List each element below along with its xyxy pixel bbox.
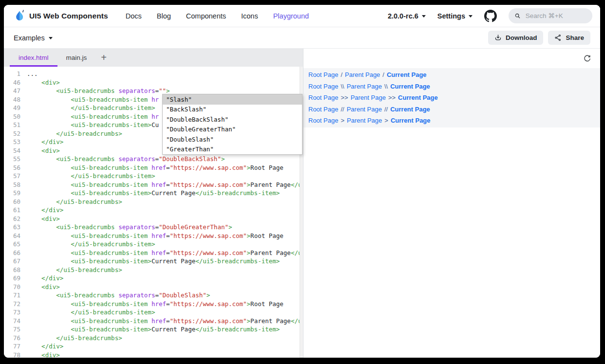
line-number: 60	[4, 198, 20, 206]
breadcrumb-link[interactable]: Root Page	[308, 71, 338, 78]
search-input[interactable]	[525, 12, 586, 20]
examples-toolbar: Examples Download Share	[4, 27, 600, 49]
breadcrumb-separator: //	[340, 106, 344, 113]
code-line: 67 <ui5-breadcrumbs-item>Current Page</u…	[4, 257, 303, 266]
breadcrumb-separator: \\	[340, 83, 344, 90]
main-nav: DocsBlogComponentsIconsPlayground	[126, 12, 309, 20]
code-line: 55 <ui5-breadcrumbs separators="DoubleBa…	[4, 155, 303, 164]
settings-dropdown[interactable]: Settings	[437, 12, 473, 20]
line-number: 46	[4, 78, 20, 87]
download-button[interactable]: Download	[488, 31, 544, 45]
breadcrumb-link[interactable]: Parent Page	[351, 94, 386, 101]
share-button[interactable]: Share	[548, 31, 590, 45]
code-line-content: <ui5-breadcrumbs-item href="https://www.…	[27, 181, 303, 189]
autocomplete-option[interactable]: "BackSlash"	[163, 105, 302, 115]
line-number: 58	[4, 181, 20, 189]
breadcrumb-link[interactable]: Root Page	[308, 94, 338, 101]
tab-main-js[interactable]: main.js	[57, 49, 96, 67]
share-label: Share	[566, 34, 584, 41]
autocomplete-popup: "Slash""BackSlash""DoubleBackSlash""Doub…	[162, 94, 302, 155]
site-title: UI5 Web Components	[29, 12, 108, 20]
code-line-content: <ui5-breadcrumbs-item href="https://www.…	[27, 317, 303, 326]
code-line: 62 <div>	[4, 215, 303, 223]
refresh-button[interactable]	[583, 55, 591, 63]
nav-icons[interactable]: Icons	[241, 12, 258, 20]
breadcrumb-separator: /	[340, 71, 342, 78]
github-link[interactable]	[484, 10, 497, 22]
breadcrumb-link[interactable]: Root Page	[308, 117, 338, 124]
main-split: index.htmlmain.js + 1...46 <div>47 <ui5-…	[4, 49, 600, 358]
line-number: 70	[4, 283, 20, 291]
breadcrumb-separator: >	[340, 117, 344, 124]
code-line-content: </ui5-breadcrumbs-item>	[27, 104, 155, 112]
code-line: 74 <ui5-breadcrumbs-item href="https://w…	[4, 317, 303, 326]
top-nav-right: 2.0.0-rc.6 Settings	[388, 8, 592, 23]
examples-label: Examples	[14, 34, 45, 42]
nav-components[interactable]: Components	[186, 12, 226, 20]
breadcrumb-separator: //	[384, 106, 388, 113]
line-number: 61	[4, 206, 20, 215]
code-line: 58 <ui5-breadcrumbs-item href="https://w…	[4, 181, 303, 189]
code-line: 77 </div>	[4, 342, 303, 351]
line-number: 65	[4, 240, 20, 249]
nav-docs[interactable]: Docs	[126, 12, 142, 20]
autocomplete-option[interactable]: "DoubleGreaterThan"	[163, 125, 302, 135]
autocomplete-option[interactable]: "DoubleBackSlash"	[163, 114, 302, 125]
line-number: 76	[4, 334, 20, 343]
code-line-content: </ui5-breadcrumbs-item>	[27, 240, 155, 249]
code-line-content: <ui5-breadcrumbs-item>Cu	[27, 121, 159, 129]
code-line-content: </ui5-breadcrumbs-item>	[27, 308, 155, 317]
new-tab-button[interactable]: +	[95, 49, 112, 67]
examples-dropdown[interactable]: Examples	[14, 34, 53, 42]
line-number: 47	[4, 87, 20, 95]
breadcrumb-row: Root Page\\Parent Page\\Current Page	[308, 81, 595, 92]
download-label: Download	[506, 34, 537, 41]
code-line: 63 <ui5-breadcrumbs separators="DoubleGr…	[4, 223, 303, 232]
breadcrumb-link[interactable]: Parent Page	[347, 117, 382, 124]
code-line-content: <div>	[27, 78, 60, 87]
ui5-flame-logo[interactable]	[15, 9, 25, 22]
line-number: 49	[4, 104, 20, 112]
breadcrumb-row: Root Page>>Parent Page>>Current Page	[308, 92, 595, 104]
line-number: 64	[4, 232, 20, 240]
line-number: 51	[4, 121, 20, 129]
breadcrumb-link[interactable]: Root Page	[308, 83, 338, 90]
toolbar-actions: Download Share	[488, 31, 590, 45]
tab-index-html[interactable]: index.html	[10, 49, 57, 67]
version-label: 2.0.0-rc.6	[388, 12, 418, 20]
breadcrumb-separator: /	[382, 71, 384, 78]
settings-label: Settings	[437, 12, 465, 20]
code-line-content: ...	[27, 70, 38, 78]
code-line: 64 <ui5-breadcrumbs-item href="https://w…	[4, 232, 303, 240]
code-line-content: <ui5-breadcrumbs separators="DoubleBackS…	[27, 155, 225, 164]
autocomplete-option[interactable]: "GreaterThan"	[163, 145, 302, 155]
code-line-content: <ui5-breadcrumbs separators="">	[27, 87, 170, 95]
breadcrumb-separator: >>	[340, 94, 348, 101]
autocomplete-option[interactable]: "DoubleSlash"	[163, 134, 302, 145]
line-number: 69	[4, 274, 20, 283]
chevron-down-icon	[49, 37, 53, 39]
breadcrumb-link[interactable]: Parent Page	[345, 71, 380, 78]
code-line-content: </ui5-breadcrumbs>	[27, 129, 122, 138]
nav-playground[interactable]: Playground	[273, 12, 309, 20]
code-line-content: <ui5-breadcrumbs separators="DoubleSlash…	[27, 291, 210, 300]
breadcrumb-link[interactable]: Root Page	[308, 106, 338, 113]
autocomplete-option[interactable]: "Slash"	[163, 94, 302, 105]
code-line: 78 <div>	[4, 351, 303, 358]
code-line: 71 <ui5-breadcrumbs separators="DoubleSl…	[4, 291, 303, 300]
breadcrumb-link[interactable]: Parent Page	[347, 83, 382, 90]
code-line: 1...	[4, 70, 303, 78]
line-number: 56	[4, 164, 20, 172]
breadcrumb-row: Root Page>Parent Page>Current Page	[308, 115, 595, 127]
line-number: 57	[4, 172, 20, 181]
preview-pane: Root Page/Parent Page/Current PageRoot P…	[303, 49, 600, 358]
code-line: 72 <ui5-breadcrumbs-item href="https://w…	[4, 300, 303, 309]
line-number: 71	[4, 291, 20, 300]
breadcrumb-link[interactable]: Parent Page	[347, 106, 382, 113]
code-line-content: <ui5-breadcrumbs separators="DoubleGreat…	[27, 223, 232, 232]
line-number: 73	[4, 308, 20, 317]
nav-blog[interactable]: Blog	[157, 12, 171, 20]
editor-tabs: index.htmlmain.js +	[4, 49, 303, 67]
version-dropdown[interactable]: 2.0.0-rc.6	[388, 12, 426, 20]
line-number: 72	[4, 300, 20, 309]
